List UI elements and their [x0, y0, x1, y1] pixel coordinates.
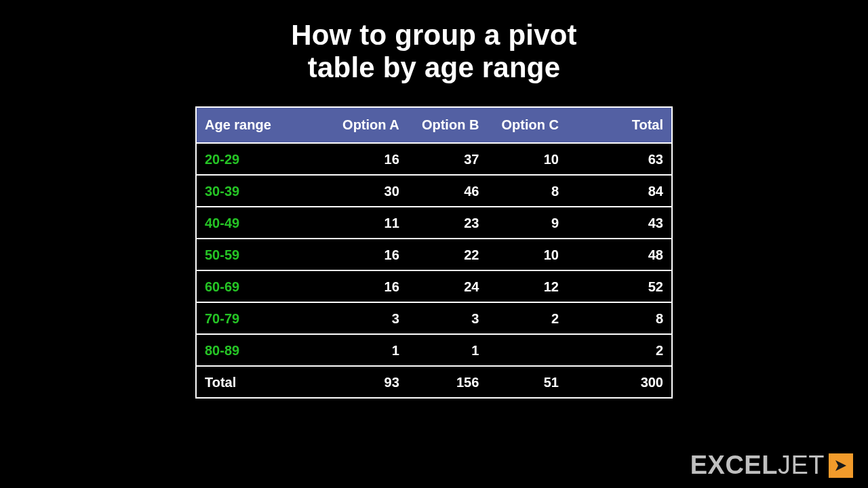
- table-row: 80-89 1 1 2: [197, 334, 671, 366]
- cell-total-b: 156: [408, 366, 488, 397]
- cell-total: 84: [567, 175, 671, 207]
- cell-age: 30-39: [197, 175, 328, 207]
- brand-text: EXCELJET: [690, 451, 825, 480]
- title-line-1: How to group a pivot: [291, 19, 577, 51]
- page-title: How to group a pivot table by age range: [0, 19, 868, 85]
- cell-a: 1: [328, 334, 408, 366]
- cell-b: 46: [408, 175, 488, 207]
- header-option-a: Option A: [328, 108, 408, 143]
- pivot-table: Age range Option A Option B Option C Tot…: [197, 108, 671, 397]
- arrow-right-icon: [829, 453, 853, 478]
- cell-total-label: Total: [197, 366, 328, 397]
- header-total: Total: [567, 108, 671, 143]
- cell-a: 3: [328, 302, 408, 334]
- cell-total: 43: [567, 207, 671, 239]
- cell-age: 70-79: [197, 302, 328, 334]
- cell-total: 63: [567, 143, 671, 175]
- cell-b: 24: [408, 270, 488, 302]
- cell-a: 30: [328, 175, 408, 207]
- cell-b: 23: [408, 207, 488, 239]
- cell-a: 11: [328, 207, 408, 239]
- cell-age: 40-49: [197, 207, 328, 239]
- cell-age: 50-59: [197, 239, 328, 270]
- header-option-c: Option C: [487, 108, 567, 143]
- table-row: 30-39 30 46 8 84: [197, 175, 671, 207]
- cell-c: 10: [487, 239, 567, 270]
- cell-c: [487, 334, 567, 366]
- cell-a: 16: [328, 270, 408, 302]
- cell-c: 9: [487, 207, 567, 239]
- cell-total: 48: [567, 239, 671, 270]
- table-header-row: Age range Option A Option B Option C Tot…: [197, 108, 671, 143]
- cell-c: 8: [487, 175, 567, 207]
- cell-c: 12: [487, 270, 567, 302]
- cell-c: 10: [487, 143, 567, 175]
- title-line-2: table by age range: [308, 52, 560, 83]
- brand-bold: EXCEL: [690, 451, 778, 479]
- header-age-range: Age range: [197, 108, 328, 143]
- cell-total-c: 51: [487, 366, 567, 397]
- table-row: 40-49 11 23 9 43: [197, 207, 671, 239]
- table-row: 70-79 3 3 2 8: [197, 302, 671, 334]
- cell-total: 8: [567, 302, 671, 334]
- cell-age: 80-89: [197, 334, 328, 366]
- table-row: 20-29 16 37 10 63: [197, 143, 671, 175]
- cell-b: 22: [408, 239, 488, 270]
- cell-total: 2: [567, 334, 671, 366]
- table-total-row: Total 93 156 51 300: [197, 366, 671, 397]
- cell-a: 16: [328, 239, 408, 270]
- cell-b: 3: [408, 302, 488, 334]
- cell-age: 60-69: [197, 270, 328, 302]
- cell-grand-total: 300: [567, 366, 671, 397]
- table-row: 50-59 16 22 10 48: [197, 239, 671, 270]
- cell-total-a: 93: [328, 366, 408, 397]
- cell-b: 1: [408, 334, 488, 366]
- pivot-table-container: Age range Option A Option B Option C Tot…: [195, 106, 673, 399]
- brand-thin: JET: [778, 451, 825, 479]
- cell-c: 2: [487, 302, 567, 334]
- cell-b: 37: [408, 143, 488, 175]
- cell-total: 52: [567, 270, 671, 302]
- table-row: 60-69 16 24 12 52: [197, 270, 671, 302]
- header-option-b: Option B: [408, 108, 488, 143]
- cell-a: 16: [328, 143, 408, 175]
- cell-age: 20-29: [197, 143, 328, 175]
- brand-logo: EXCELJET: [690, 451, 853, 480]
